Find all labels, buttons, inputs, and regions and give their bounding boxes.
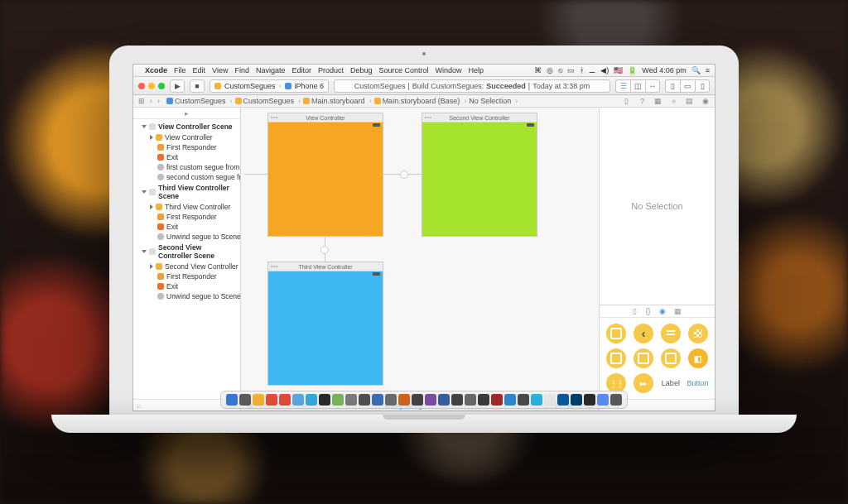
menubar-item[interactable]: View	[212, 66, 228, 74]
toggle-inspector-button[interactable]: ▯	[695, 79, 710, 93]
dock-app-icon[interactable]	[239, 394, 251, 406]
toggle-debug-button[interactable]: ▭	[680, 79, 695, 93]
lib-split-vc[interactable]	[632, 348, 656, 369]
menubar-item[interactable]: Navigate	[256, 66, 286, 74]
menubar-item[interactable]: Find	[234, 66, 249, 74]
zoom-window-button[interactable]	[158, 83, 165, 89]
dock-app-icon[interactable]	[345, 394, 357, 406]
segue-node-icon[interactable]	[320, 246, 329, 254]
dock-app-icon[interactable]	[292, 394, 304, 406]
dock-app-icon[interactable]	[306, 394, 317, 406]
outline-row[interactable]: First Responder	[133, 271, 240, 281]
view-controller-scene-2[interactable]: Second View Controller	[422, 113, 537, 237]
outline-row[interactable]: Second View Controller	[133, 262, 240, 271]
outline-row[interactable]: second custom segue from View...	[133, 172, 240, 182]
interface-builder-canvas[interactable]: View Controller Second View Controller	[241, 108, 599, 410]
outline-row[interactable]: First Responder	[133, 212, 240, 222]
dock-app-icon[interactable]	[332, 394, 344, 406]
dock-app-icon[interactable]	[398, 394, 410, 406]
dock-app-icon[interactable]	[279, 394, 291, 406]
spotlight-icon[interactable]: 🔍	[691, 66, 701, 74]
outline-row[interactable]: Third View Controller	[133, 202, 240, 212]
dock-app-icon[interactable]	[425, 394, 436, 406]
outline-row[interactable]: Exit	[133, 152, 240, 162]
notification-icon[interactable]: ≡	[706, 66, 710, 74]
outline-row[interactable]: View Controller	[133, 132, 240, 142]
menubar-item[interactable]: Edit	[193, 66, 206, 74]
dock-app-icon[interactable]	[319, 394, 330, 406]
file-inspector-icon[interactable]: ▯	[622, 97, 631, 105]
vc1-view[interactable]	[268, 122, 383, 236]
dock-app-icon[interactable]	[253, 394, 264, 406]
dock-app-icon[interactable]	[504, 394, 516, 406]
lib-button[interactable]: Button	[686, 372, 710, 394]
dock-app-icon[interactable]	[571, 394, 582, 406]
dock-app-icon[interactable]	[359, 394, 370, 406]
lib-table-vc[interactable]	[659, 323, 683, 344]
scheme-selector[interactable]: CustomSegues › iPhone 6	[210, 79, 329, 93]
media-lib-icon[interactable]: ▦	[674, 307, 682, 315]
dock-app-icon[interactable]	[610, 394, 622, 406]
code-snippet-lib-icon[interactable]: {}	[645, 307, 650, 315]
dock-app-icon[interactable]	[557, 394, 569, 406]
outline-row[interactable]: Exit	[133, 281, 240, 291]
size-inspector-icon[interactable]: ▤	[685, 97, 694, 105]
scene-header[interactable]: Second View Controller Scene	[133, 242, 240, 262]
menubar-app[interactable]: Xcode	[145, 66, 167, 74]
menubar-item[interactable]: Product	[318, 66, 344, 74]
version-editor-button[interactable]: ↔	[645, 79, 660, 93]
dock-app-icon[interactable]	[518, 394, 529, 406]
status-icon[interactable]: ⎋	[558, 66, 562, 74]
dock-app-icon[interactable]	[544, 394, 556, 406]
forward-button[interactable]: ›	[157, 97, 160, 105]
dock-app-icon[interactable]	[226, 394, 238, 406]
dock-app-icon[interactable]	[451, 394, 463, 406]
menubar-item[interactable]: Editor	[292, 66, 311, 74]
dock-app-icon[interactable]	[385, 394, 397, 406]
lib-glkit-vc[interactable]	[686, 348, 710, 369]
vc3-view[interactable]	[268, 271, 383, 385]
menubar-item[interactable]: Help	[469, 66, 484, 74]
outline-row[interactable]: Unwind segue to Scene Exit Pla...	[133, 291, 240, 301]
attributes-inspector-icon[interactable]: ⟐	[669, 97, 678, 105]
airplay-icon[interactable]: ▭	[567, 66, 575, 74]
lib-view-controller[interactable]	[605, 323, 629, 344]
menubar-item[interactable]: Debug	[350, 66, 373, 74]
vc2-view[interactable]	[422, 122, 537, 236]
breadcrumb[interactable]: CustomSegues	[166, 97, 235, 105]
object-lib-icon[interactable]: ◉	[659, 307, 666, 315]
quick-help-icon[interactable]: ?	[638, 97, 647, 105]
dock-app-icon[interactable]	[491, 394, 503, 406]
dock-app-icon[interactable]	[438, 394, 450, 406]
lib-label[interactable]: Label	[659, 372, 683, 394]
run-button[interactable]: ▶	[170, 79, 185, 93]
close-window-button[interactable]	[138, 83, 145, 89]
bluetooth-icon[interactable]: ᚼ	[580, 66, 584, 74]
breadcrumb[interactable]: CustomSegues	[235, 97, 304, 105]
dock-app-icon[interactable]	[465, 394, 476, 406]
breadcrumb[interactable]: Main.storyboard (Base)	[374, 97, 470, 105]
status-icon[interactable]: ◎	[547, 66, 553, 74]
outline-row[interactable]: first custom segue from View Co...	[133, 162, 240, 172]
view-controller-scene-3[interactable]: Third View Controller	[267, 262, 383, 386]
identity-inspector-icon[interactable]: ▦	[653, 97, 662, 105]
scene-header[interactable]: View Controller Scene	[133, 121, 240, 132]
lib-nav-controller[interactable]	[632, 323, 656, 344]
dock-app-icon[interactable]	[597, 394, 609, 406]
menubar-item[interactable]: Window	[436, 66, 462, 74]
minimize-window-button[interactable]	[148, 83, 155, 89]
project-nav-icon[interactable]: ▸	[185, 109, 189, 118]
outline-row[interactable]: Exit	[133, 222, 240, 232]
stop-button[interactable]: ■	[190, 79, 205, 93]
flag-icon[interactable]: 🇺🇸	[614, 66, 623, 74]
breadcrumb[interactable]: Main.storyboard	[303, 97, 374, 105]
dock-app-icon[interactable]	[412, 394, 423, 406]
assistant-editor-button[interactable]: ◫	[630, 79, 645, 93]
battery-icon[interactable]: 🔋	[628, 66, 637, 74]
breadcrumb[interactable]: No Selection	[469, 97, 520, 105]
dock-app-icon[interactable]	[478, 394, 489, 406]
dock-app-icon[interactable]	[266, 394, 277, 406]
menubar-item[interactable]: Source Control	[379, 66, 429, 74]
lib-page-vc[interactable]	[659, 348, 683, 369]
connections-inspector-icon[interactable]: ◉	[701, 97, 710, 105]
